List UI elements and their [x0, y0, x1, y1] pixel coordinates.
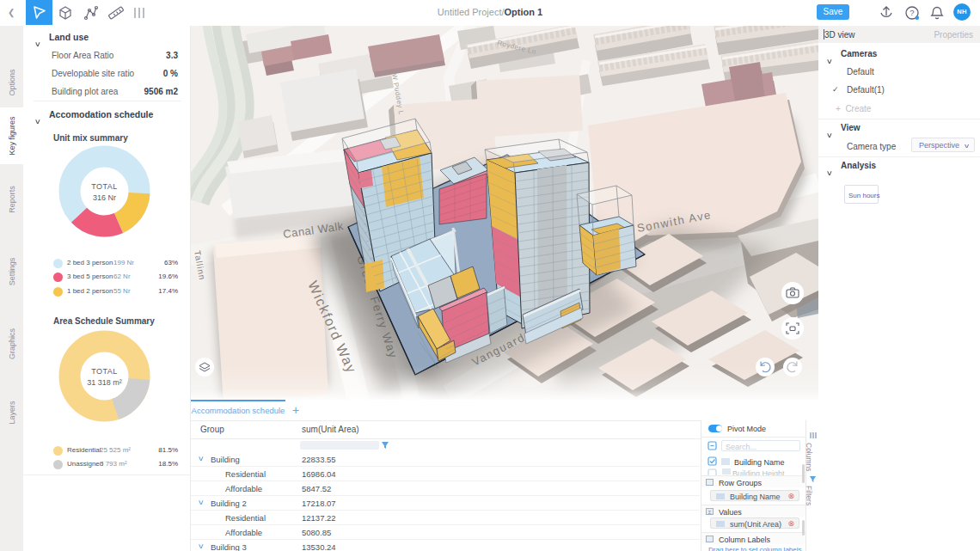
svg-text:316 Nr: 316 Nr — [93, 193, 116, 202]
svg-text:TOTAL: TOTAL — [91, 182, 118, 191]
svg-text:TOTAL: TOTAL — [91, 367, 118, 376]
svg-text:31 318 m²: 31 318 m² — [87, 378, 122, 387]
svg-text:?: ? — [910, 8, 914, 17]
